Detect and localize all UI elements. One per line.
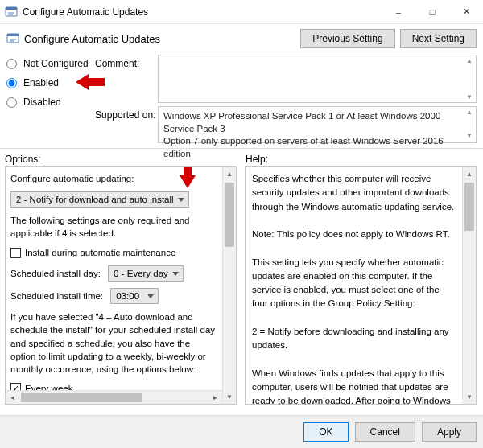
install-time-label: Scheduled install time: — [10, 290, 103, 302]
radio-not-configured-input[interactable] — [6, 59, 17, 69]
dialog-footer: OK Cancel Apply — [0, 415, 483, 448]
window-title: Configure Automatic Updates — [23, 6, 382, 18]
comment-label: Comment: — [95, 55, 158, 69]
install-maintenance-checkbox[interactable]: Install during automatic maintenance — [10, 246, 217, 259]
install-day-dropdown[interactable]: 0 - Every day — [108, 265, 184, 282]
install-day-label: Scheduled install day: — [10, 267, 101, 280]
options-vscroll-thumb[interactable] — [225, 183, 234, 247]
annotation-arrow-enabled — [76, 74, 89, 92]
header: Configure Automatic Updates Previous Set… — [0, 24, 483, 51]
scroll-down-icon[interactable]: ▼ — [463, 390, 476, 404]
maximize-button[interactable]: □ — [415, 0, 449, 24]
app-icon — [5, 6, 18, 18]
supported-scrollbar[interactable]: ▲▼ — [463, 107, 476, 142]
scroll-up-icon[interactable]: ▲ — [463, 167, 476, 181]
scroll-right-icon[interactable]: ► — [208, 391, 222, 404]
previous-setting-button[interactable]: Previous Setting — [300, 29, 394, 48]
next-setting-button[interactable]: Next Setting — [400, 29, 477, 48]
radio-disabled-label: Disabled — [23, 97, 61, 108]
supported-on-text: Windows XP Professional Service Pack 1 o… — [158, 106, 477, 143]
supported-on-label: Supported on: — [95, 103, 158, 121]
help-content: Specifies whether this computer will rec… — [246, 167, 462, 404]
svg-rect-1 — [6, 7, 17, 10]
options-vscrollbar[interactable]: ▲ ▼ — [222, 167, 236, 404]
radio-not-configured[interactable]: Not Configured — [6, 58, 95, 69]
apply-button[interactable]: Apply — [422, 422, 477, 442]
svg-rect-3 — [7, 34, 19, 36]
page-title: Configure Automatic Updates — [24, 33, 295, 45]
cancel-button[interactable]: Cancel — [355, 422, 415, 442]
scroll-up-icon[interactable]: ▲ — [223, 167, 236, 181]
install-time-dropdown[interactable]: 03:00 — [110, 288, 159, 304]
scroll-down-icon[interactable]: ▼ — [223, 390, 236, 404]
radio-enabled-input[interactable] — [6, 78, 17, 88]
required-note: The following settings are only required… — [10, 214, 217, 240]
policy-icon — [6, 32, 19, 45]
scroll-left-icon[interactable]: ◄ — [6, 391, 19, 404]
minimize-button[interactable]: – — [382, 0, 415, 24]
state-and-meta: Not Configured Enabled Disabled Comment:… — [0, 51, 483, 148]
title-bar: Configure Automatic Updates – □ ✕ — [0, 0, 483, 24]
install-maintenance-box[interactable] — [10, 248, 21, 258]
supported-on-value: Windows XP Professional Service Pack 1 o… — [163, 110, 460, 160]
configure-updating-dropdown[interactable]: 2 - Notify for download and auto install — [10, 191, 189, 208]
radio-enabled-label: Enabled — [23, 77, 59, 88]
options-panel: Configure automatic updating: 2 - Notify… — [5, 166, 237, 405]
panels: Configure automatic updating: 2 - Notify… — [0, 166, 483, 405]
schedule-note: If you have selected "4 – Auto download … — [10, 310, 217, 375]
ok-button[interactable]: OK — [303, 422, 348, 442]
options-hscroll-thumb[interactable] — [21, 393, 142, 402]
help-panel: Specifies whether this computer will rec… — [245, 166, 477, 405]
radio-disabled-input[interactable] — [6, 97, 17, 108]
close-button[interactable]: ✕ — [449, 0, 483, 24]
help-text: Specifies whether this computer will rec… — [252, 172, 456, 405]
help-vscrollbar[interactable]: ▲ ▼ — [462, 167, 476, 404]
options-hscrollbar[interactable]: ◄ ► — [6, 390, 222, 404]
radio-not-configured-label: Not Configured — [23, 58, 89, 69]
comment-textarea[interactable]: ▲▼ — [158, 55, 477, 103]
annotation-arrow-dropdown — [180, 175, 196, 191]
options-content: Configure automatic updating: 2 - Notify… — [6, 167, 222, 390]
radio-disabled[interactable]: Disabled — [6, 97, 95, 108]
comment-scrollbar[interactable]: ▲▼ — [463, 55, 476, 102]
install-maintenance-label: Install during automatic maintenance — [25, 246, 175, 259]
help-vscroll-thumb[interactable] — [464, 183, 474, 231]
